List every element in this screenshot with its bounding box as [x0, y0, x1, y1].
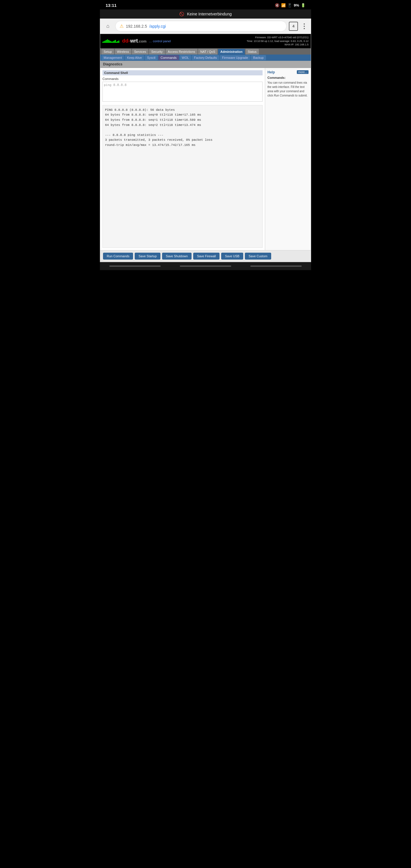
save-shutdown-button[interactable]: Save Shutdown	[162, 253, 191, 259]
mute-icon: 🔇	[275, 3, 279, 7]
menu-dot-1	[304, 23, 305, 25]
save-firewall-button[interactable]: Save Firewall	[193, 253, 220, 259]
home-button[interactable]: ⌂	[103, 21, 113, 31]
save-custom-button[interactable]: Save Custom	[245, 253, 271, 259]
status-bar-right: 🔇 📶 📱 9% 🔋	[275, 3, 306, 7]
nav-secondary: ManagementKeep AliveSysctlCommandsWOLFac…	[100, 55, 311, 61]
nav-primary-tab-access-restrictions[interactable]: Access Restrictions	[165, 49, 197, 55]
save-usb-button[interactable]: Save USB	[221, 253, 243, 259]
bottom-buttons: Run CommandsSave StartupSave ShutdownSav…	[100, 250, 311, 262]
signal-icon: 📱	[287, 3, 292, 7]
scrollbar-thumb-2[interactable]	[180, 266, 231, 267]
command-output: PING 8.8.8.8 (8.8.8.8): 56 data bytes 64…	[102, 105, 262, 248]
warning-icon: ⚠	[120, 23, 124, 29]
battery-status: 9%	[294, 3, 299, 7]
diagnostics-header: Diagnostics	[100, 61, 311, 68]
nav-primary-tab-nat---qos[interactable]: NAT / QoS	[198, 49, 218, 55]
nav-primary-tab-status[interactable]: Status	[246, 49, 259, 55]
left-panel: Command Shell Commands PING 8.8.8.8 (8.8…	[100, 68, 265, 250]
battery-icon: 🔋	[301, 3, 306, 7]
tab-count[interactable]: 4	[289, 22, 298, 31]
ddwrt-logo: dd-wrt.com … control panel	[102, 38, 171, 44]
wifi-icon: 📶	[281, 3, 286, 7]
scrollbar-thumb-3[interactable]	[250, 266, 302, 267]
scrollbar-thumb-1[interactable]	[109, 266, 161, 267]
url-host: 192.168.2.5	[126, 24, 147, 29]
offline-bar: 🚫 Keine Internetverbindung	[100, 9, 311, 19]
nav-primary-tab-services[interactable]: Services	[132, 49, 149, 55]
help-section-label: Commands:	[267, 76, 309, 80]
save-startup-button[interactable]: Save Startup	[135, 253, 160, 259]
ddwrt-header: dd-wrt.com … control panel Firmware: DD-…	[100, 34, 311, 48]
status-time: 13:11	[105, 3, 117, 8]
main-content: Command Shell Commands PING 8.8.8.8 (8.8…	[100, 68, 311, 250]
scrollbar-area	[100, 262, 311, 270]
nav-secondary-tab-factory-defaults[interactable]: Factory Defaults	[192, 55, 219, 60]
help-text: You can run command lines via the web in…	[267, 81, 309, 98]
status-bar: 13:11 🔇 📶 📱 9% 🔋	[100, 0, 311, 9]
help-header: Help more...	[267, 70, 309, 74]
address-bar[interactable]: ⚠ 192.168.2.5/apply.cgi	[115, 21, 287, 31]
nav-primary: SetupWirelessServicesSecurityAccess Rest…	[100, 48, 311, 55]
diagnostics-title: Diagnostics	[103, 62, 122, 66]
help-more-button[interactable]: more...	[297, 70, 309, 74]
nav-primary-tab-administration[interactable]: Administration	[218, 49, 245, 55]
nav-secondary-tab-firmware-upgrade[interactable]: Firmware Upgrade	[220, 55, 250, 60]
help-title: Help	[267, 70, 275, 74]
ddwrt-logo-text: dd-wrt.com	[122, 38, 147, 44]
url-path: /apply.cgi	[149, 24, 166, 29]
nav-secondary-tab-commands[interactable]: Commands	[158, 55, 179, 60]
browser-chrome: ⌂ ⚠ 192.168.2.5/apply.cgi 4	[100, 19, 311, 34]
nav-primary-tab-security[interactable]: Security	[149, 49, 165, 55]
nav-primary-tab-setup[interactable]: Setup	[101, 49, 114, 55]
nav-secondary-tab-backup[interactable]: Backup	[251, 55, 266, 60]
nav-secondary-tab-keep-alive[interactable]: Keep Alive	[125, 55, 144, 60]
offline-text: Keine Internetverbindung	[187, 12, 231, 16]
router-page: dd-wrt.com … control panel Firmware: DD-…	[100, 34, 311, 262]
firmware-info: Firmware: DD-WRT v3.0-r47040 std (07/12/…	[247, 36, 309, 46]
nav-secondary-tab-management[interactable]: Management	[101, 55, 124, 60]
run-commands-button[interactable]: Run Commands	[103, 253, 133, 259]
command-input[interactable]	[102, 82, 262, 102]
signal-bars	[102, 39, 119, 43]
ddwrt-control-panel: … control panel	[149, 39, 171, 43]
menu-button[interactable]	[300, 22, 308, 30]
nav-primary-tab-wireless[interactable]: Wireless	[115, 49, 131, 55]
menu-dot-3	[304, 28, 305, 29]
section-title: Command Shell	[102, 70, 262, 75]
nav-secondary-tab-wol[interactable]: WOL	[180, 55, 191, 60]
menu-dot-2	[304, 26, 305, 27]
right-panel: Help more... Commands: You can run comma…	[265, 68, 311, 250]
nav-secondary-tab-sysctl[interactable]: Sysctl	[145, 55, 158, 60]
command-label: Commands	[102, 77, 262, 81]
offline-icon: 🚫	[179, 12, 184, 16]
